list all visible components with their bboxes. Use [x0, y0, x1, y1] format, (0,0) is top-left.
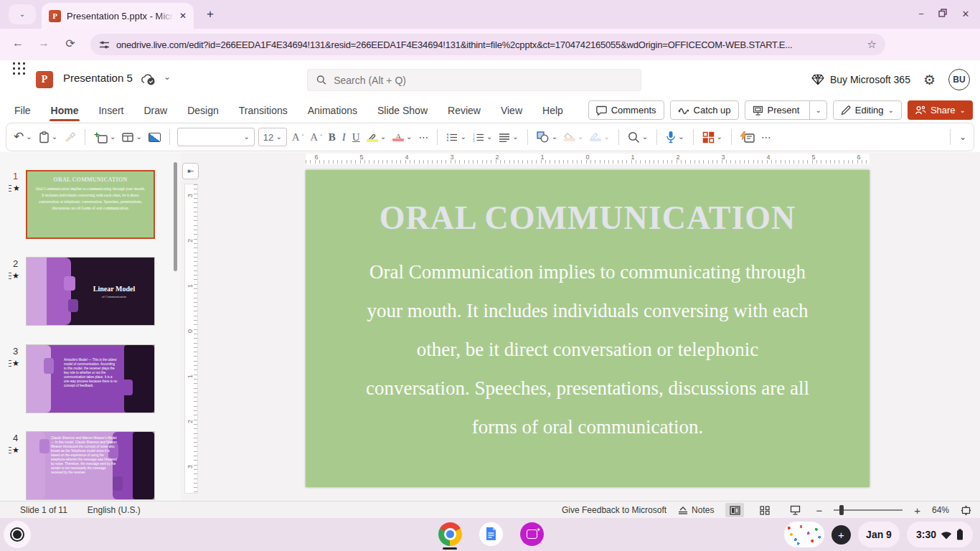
collapse-ribbon-button[interactable]: ⌄ — [958, 126, 968, 148]
zoom-level[interactable]: 64% — [932, 505, 949, 515]
bookmark-star-icon[interactable]: ☆ — [867, 38, 877, 51]
shrink-font-button[interactable]: Aˇ — [308, 126, 324, 148]
numbering-button[interactable]: 123 ⌄ — [471, 126, 494, 148]
browser-tab[interactable]: P Presentation 5.pptx - Microsoft ✕ — [42, 3, 194, 29]
document-title[interactable]: Presentation 5 — [63, 72, 133, 84]
window-minimize-button[interactable]: − — [915, 9, 927, 20]
slide-sorter-view-button[interactable] — [755, 503, 774, 517]
collapse-panel-button[interactable]: ⇤ — [182, 163, 199, 179]
normal-view-button[interactable] — [725, 503, 744, 517]
window-close-button[interactable]: ✕ — [960, 9, 971, 20]
find-button[interactable]: ⌄ — [626, 126, 649, 148]
editing-mode-button[interactable]: Editing ⌄ — [833, 100, 902, 120]
zoom-slider-handle[interactable] — [839, 505, 844, 515]
saved-to-cloud-icon[interactable] — [141, 73, 156, 85]
slideshow-view-button[interactable] — [786, 503, 804, 517]
undo-button[interactable]: ↶⌄ — [12, 126, 34, 148]
back-icon[interactable]: ← — [10, 37, 26, 50]
slide-2-thumbnail[interactable]: Linear Model of Communication — [26, 257, 155, 326]
shape-fill-button[interactable]: ⌄ — [562, 126, 585, 148]
slide-4-thumbnail[interactable]: Claude Shannon and Warren Weaver's Model… — [26, 431, 155, 500]
slide-canvas[interactable]: ORAL COMMUNICATION Oral Communication im… — [306, 170, 870, 487]
tab-file[interactable]: File — [13, 102, 32, 119]
font-color-button[interactable]: A ⌄ — [391, 126, 413, 148]
new-slide-button[interactable]: + ⌄ — [93, 126, 117, 148]
system-tray[interactable]: 3:30 — [907, 522, 973, 547]
thumbnail-scrollbar[interactable] — [174, 162, 177, 271]
title-chevron-icon[interactable]: ⌄ — [164, 73, 171, 80]
tab-view[interactable]: View — [499, 102, 524, 119]
grow-font-button[interactable]: Aˆ — [291, 126, 306, 148]
launcher-button[interactable] — [4, 521, 31, 548]
feedback-link[interactable]: Give Feedback to Microsoft — [562, 505, 666, 515]
fit-to-window-icon[interactable] — [961, 505, 971, 516]
align-button[interactable]: ⌄ — [497, 126, 519, 148]
underline-button[interactable]: U — [351, 126, 362, 148]
tab-insert[interactable]: Insert — [97, 102, 125, 119]
bullets-button[interactable]: ⌄ — [445, 126, 467, 148]
notification-plus-button[interactable]: + — [831, 525, 851, 545]
zoom-slider[interactable] — [834, 509, 903, 511]
tab-transitions[interactable]: Transitions — [237, 102, 289, 119]
slide-3-thumbnail[interactable]: Aristotle's Model — This is the oldest m… — [26, 344, 155, 413]
format-painter-button[interactable] — [62, 126, 77, 148]
more-commands-button[interactable]: ⋯ — [760, 126, 773, 148]
catch-up-button[interactable]: Catch up — [670, 100, 739, 120]
present-button[interactable]: Present ⌄ — [745, 100, 827, 120]
designer-button[interactable]: ⌄ — [701, 126, 724, 148]
slide-body-text[interactable]: Oral Communication implies to communicat… — [306, 253, 870, 446]
screenshot-preview-pill[interactable] — [784, 522, 824, 547]
sparkle-app-icon[interactable]: ✦ — [520, 522, 544, 546]
buy-microsoft-365-link[interactable]: Buy Microsoft 365 — [811, 74, 910, 85]
settings-gear-icon[interactable]: ⚙ — [923, 72, 936, 88]
font-size-combobox[interactable]: 12⌄ — [258, 128, 287, 146]
font-name-combobox[interactable]: ⌄ — [177, 128, 255, 146]
paste-button[interactable]: ⌄ — [37, 126, 59, 148]
url-bar[interactable]: onedrive.live.com/edit?id=266EEDA1F4E346… — [90, 34, 885, 55]
more-font-options-button[interactable]: ⋯ — [417, 126, 430, 148]
slide-count[interactable]: Slide 1 of 11 — [20, 505, 67, 515]
account-avatar[interactable]: BU — [948, 69, 970, 90]
tab-review[interactable]: Review — [446, 102, 482, 119]
slide-title[interactable]: ORAL COMMUNICATION — [306, 199, 870, 237]
app-launcher-icon[interactable] — [11, 60, 25, 75]
dictate-button[interactable]: ⌄ — [664, 126, 685, 148]
shapes-button[interactable]: ⌄ — [535, 126, 559, 148]
tab-close-icon[interactable]: ✕ — [179, 11, 187, 21]
quick-actions-button[interactable] — [739, 126, 756, 148]
designer-slide-button[interactable] — [147, 126, 162, 148]
powerpoint-logo[interactable]: P — [36, 71, 53, 88]
search-input[interactable] — [334, 75, 632, 86]
tab-animations[interactable]: Animations — [306, 102, 359, 119]
chrome-app-icon[interactable] — [438, 522, 462, 546]
slide-1-thumbnail[interactable]: ORAL COMMUNICATION Oral Communication im… — [26, 170, 155, 239]
language-indicator[interactable]: English (U.S.) — [88, 505, 141, 515]
sparkle-glyph: ✦ — [536, 527, 541, 533]
tab-draw[interactable]: Draw — [142, 102, 169, 119]
search-bar[interactable] — [307, 69, 641, 91]
shape-outline-button[interactable]: ⌄ — [588, 126, 611, 148]
date-pill[interactable]: Jan 9 — [858, 522, 900, 547]
magnifier-icon — [628, 131, 640, 143]
tab-slide-show[interactable]: Slide Show — [376, 102, 429, 119]
bold-button[interactable]: B — [327, 126, 337, 148]
new-tab-button[interactable]: + — [207, 9, 214, 20]
docs-app-icon[interactable] — [479, 522, 503, 546]
forward-icon[interactable]: → — [36, 37, 52, 50]
share-button[interactable]: Share ⌄ — [908, 100, 973, 120]
tab-help[interactable]: Help — [541, 102, 565, 119]
italic-button[interactable]: I — [341, 126, 347, 148]
reload-icon[interactable]: ⟳ — [62, 37, 78, 50]
zoom-out-button[interactable]: − — [816, 504, 822, 517]
zoom-in-button[interactable]: + — [914, 504, 920, 517]
tab-search-button[interactable]: ⌄ — [9, 4, 36, 24]
layout-button[interactable]: ⌄ — [121, 126, 143, 148]
tab-home[interactable]: Home — [50, 102, 80, 119]
notes-button[interactable]: Notes — [678, 505, 714, 515]
highlight-button[interactable]: ⌄ — [365, 126, 387, 148]
window-restore-button[interactable] — [937, 9, 948, 20]
site-settings-icon[interactable] — [99, 39, 110, 50]
present-dropdown[interactable]: ⌄ — [809, 101, 826, 119]
tab-design[interactable]: Design — [186, 102, 220, 119]
comments-button[interactable]: Comments — [588, 100, 664, 120]
